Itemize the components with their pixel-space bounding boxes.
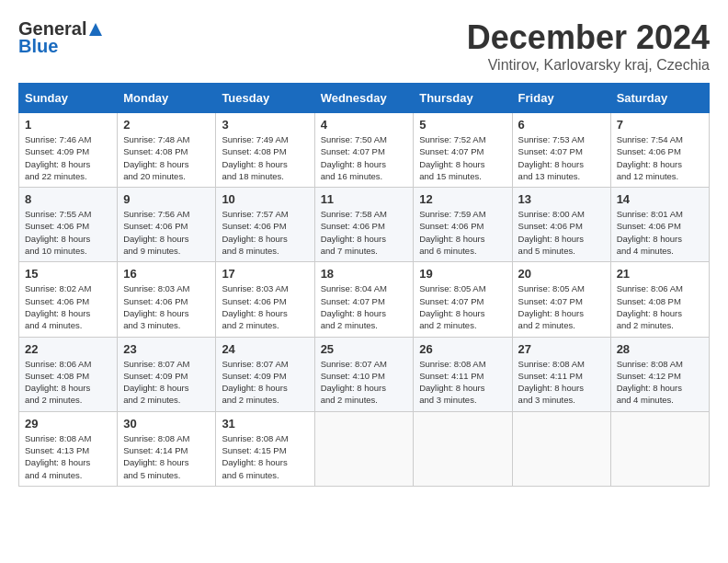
day-number: 22: [25, 342, 111, 356]
day-info: Sunrise: 7:57 AMSunset: 4:06 PMDaylight:…: [222, 208, 308, 257]
calendar-cell: 2Sunrise: 7:48 AMSunset: 4:08 PMDaylight…: [118, 113, 216, 188]
calendar-cell: [314, 411, 414, 486]
day-number: 4: [321, 118, 408, 132]
day-number: 31: [222, 417, 308, 431]
calendar-cell: 1Sunrise: 7:46 AMSunset: 4:09 PMDaylight…: [19, 113, 118, 188]
calendar-week-row: 29Sunrise: 8:08 AMSunset: 4:13 PMDayligh…: [19, 411, 710, 486]
calendar-cell: 20Sunrise: 8:05 AMSunset: 4:07 PMDayligh…: [512, 262, 610, 337]
day-info: Sunrise: 8:08 AMSunset: 4:14 PMDaylight:…: [123, 432, 210, 481]
calendar-cell: 11Sunrise: 7:58 AMSunset: 4:06 PMDayligh…: [314, 188, 414, 262]
day-number: 3: [222, 118, 308, 132]
weekday-header: Sunday: [19, 84, 118, 113]
day-info: Sunrise: 8:08 AMSunset: 4:15 PMDaylight:…: [222, 432, 308, 481]
calendar-week-row: 1Sunrise: 7:46 AMSunset: 4:09 PMDaylight…: [19, 113, 710, 188]
calendar-cell: 28Sunrise: 8:08 AMSunset: 4:12 PMDayligh…: [610, 337, 709, 411]
calendar-cell: 26Sunrise: 8:08 AMSunset: 4:11 PMDayligh…: [414, 337, 512, 411]
calendar-cell: 10Sunrise: 7:57 AMSunset: 4:06 PMDayligh…: [216, 188, 314, 262]
title-area: December 2024 Vintirov, Karlovarsky kraj…: [467, 18, 710, 74]
day-info: Sunrise: 8:06 AMSunset: 4:08 PMDaylight:…: [25, 358, 111, 407]
day-number: 18: [321, 267, 408, 281]
day-info: Sunrise: 8:08 AMSunset: 4:11 PMDaylight:…: [518, 358, 605, 407]
calendar-cell: 22Sunrise: 8:06 AMSunset: 4:08 PMDayligh…: [19, 337, 118, 411]
calendar-cell: [610, 411, 709, 486]
day-info: Sunrise: 8:03 AMSunset: 4:06 PMDaylight:…: [123, 282, 210, 331]
day-info: Sunrise: 7:48 AMSunset: 4:08 PMDaylight:…: [123, 133, 210, 182]
day-number: 12: [419, 192, 506, 206]
day-number: 19: [419, 267, 506, 281]
day-info: Sunrise: 7:59 AMSunset: 4:06 PMDaylight:…: [419, 208, 506, 257]
day-info: Sunrise: 8:08 AMSunset: 4:13 PMDaylight:…: [25, 432, 111, 481]
calendar-week-row: 8Sunrise: 7:55 AMSunset: 4:06 PMDaylight…: [19, 188, 710, 262]
day-number: 1: [25, 118, 111, 132]
calendar-cell: 18Sunrise: 8:04 AMSunset: 4:07 PMDayligh…: [314, 262, 414, 337]
logo: General Blue: [18, 18, 104, 57]
day-number: 30: [123, 417, 210, 431]
day-info: Sunrise: 8:02 AMSunset: 4:06 PMDaylight:…: [25, 282, 111, 331]
calendar-cell: 12Sunrise: 7:59 AMSunset: 4:06 PMDayligh…: [414, 188, 512, 262]
day-info: Sunrise: 8:05 AMSunset: 4:07 PMDaylight:…: [419, 282, 506, 331]
day-info: Sunrise: 8:07 AMSunset: 4:10 PMDaylight:…: [321, 358, 408, 407]
calendar-cell: 30Sunrise: 8:08 AMSunset: 4:14 PMDayligh…: [118, 411, 216, 486]
svg-marker-0: [89, 23, 102, 36]
day-number: 20: [518, 267, 605, 281]
weekday-header: Monday: [118, 84, 216, 113]
day-number: 14: [617, 192, 703, 206]
calendar-cell: 6Sunrise: 7:53 AMSunset: 4:07 PMDaylight…: [512, 113, 610, 188]
day-info: Sunrise: 8:00 AMSunset: 4:06 PMDaylight:…: [518, 208, 605, 257]
day-number: 25: [321, 342, 408, 356]
weekday-header: Tuesday: [216, 84, 314, 113]
calendar-cell: 15Sunrise: 8:02 AMSunset: 4:06 PMDayligh…: [19, 262, 118, 337]
month-title: December 2024: [467, 18, 710, 57]
day-number: 11: [321, 192, 408, 206]
day-info: Sunrise: 7:53 AMSunset: 4:07 PMDaylight:…: [518, 133, 605, 182]
day-number: 9: [123, 192, 210, 206]
day-info: Sunrise: 7:55 AMSunset: 4:06 PMDaylight:…: [25, 208, 111, 257]
day-info: Sunrise: 8:04 AMSunset: 4:07 PMDaylight:…: [321, 282, 408, 331]
calendar-week-row: 22Sunrise: 8:06 AMSunset: 4:08 PMDayligh…: [19, 337, 710, 411]
day-number: 26: [419, 342, 506, 356]
day-number: 27: [518, 342, 605, 356]
day-number: 29: [25, 417, 111, 431]
day-info: Sunrise: 7:54 AMSunset: 4:06 PMDaylight:…: [617, 133, 703, 182]
day-number: 13: [518, 192, 605, 206]
day-info: Sunrise: 8:03 AMSunset: 4:06 PMDaylight:…: [222, 282, 308, 331]
weekday-header: Thursday: [414, 84, 512, 113]
calendar-cell: 21Sunrise: 8:06 AMSunset: 4:08 PMDayligh…: [610, 262, 709, 337]
calendar-cell: 23Sunrise: 8:07 AMSunset: 4:09 PMDayligh…: [118, 337, 216, 411]
day-info: Sunrise: 8:05 AMSunset: 4:07 PMDaylight:…: [518, 282, 605, 331]
day-number: 8: [25, 192, 111, 206]
calendar-cell: 29Sunrise: 8:08 AMSunset: 4:13 PMDayligh…: [19, 411, 118, 486]
day-number: 21: [617, 267, 703, 281]
calendar-cell: 3Sunrise: 7:49 AMSunset: 4:08 PMDaylight…: [216, 113, 314, 188]
calendar-cell: 4Sunrise: 7:50 AMSunset: 4:07 PMDaylight…: [314, 113, 414, 188]
calendar-cell: [414, 411, 512, 486]
day-number: 7: [617, 118, 703, 132]
calendar-cell: 31Sunrise: 8:08 AMSunset: 4:15 PMDayligh…: [216, 411, 314, 486]
calendar-week-row: 15Sunrise: 8:02 AMSunset: 4:06 PMDayligh…: [19, 262, 710, 337]
day-info: Sunrise: 7:46 AMSunset: 4:09 PMDaylight:…: [25, 133, 111, 182]
calendar-cell: 8Sunrise: 7:55 AMSunset: 4:06 PMDaylight…: [19, 188, 118, 262]
weekday-header: Friday: [512, 84, 610, 113]
day-info: Sunrise: 7:58 AMSunset: 4:06 PMDaylight:…: [321, 208, 408, 257]
calendar-table: SundayMondayTuesdayWednesdayThursdayFrid…: [18, 83, 710, 487]
calendar-cell: 5Sunrise: 7:52 AMSunset: 4:07 PMDaylight…: [414, 113, 512, 188]
calendar-cell: 9Sunrise: 7:56 AMSunset: 4:06 PMDaylight…: [118, 188, 216, 262]
calendar-cell: 14Sunrise: 8:01 AMSunset: 4:06 PMDayligh…: [610, 188, 709, 262]
day-number: 16: [123, 267, 210, 281]
day-info: Sunrise: 7:50 AMSunset: 4:07 PMDaylight:…: [321, 133, 408, 182]
day-info: Sunrise: 8:08 AMSunset: 4:12 PMDaylight:…: [617, 358, 703, 407]
weekday-header: Wednesday: [314, 84, 414, 113]
day-number: 28: [617, 342, 703, 356]
calendar-cell: 17Sunrise: 8:03 AMSunset: 4:06 PMDayligh…: [216, 262, 314, 337]
day-info: Sunrise: 7:49 AMSunset: 4:08 PMDaylight:…: [222, 133, 308, 182]
calendar-cell: 24Sunrise: 8:07 AMSunset: 4:09 PMDayligh…: [216, 337, 314, 411]
calendar-cell: 27Sunrise: 8:08 AMSunset: 4:11 PMDayligh…: [512, 337, 610, 411]
day-number: 10: [222, 192, 308, 206]
day-number: 17: [222, 267, 308, 281]
day-info: Sunrise: 7:52 AMSunset: 4:07 PMDaylight:…: [419, 133, 506, 182]
calendar-cell: 7Sunrise: 7:54 AMSunset: 4:06 PMDaylight…: [610, 113, 709, 188]
page-header: General Blue December 2024 Vintirov, Kar…: [18, 18, 710, 74]
day-info: Sunrise: 7:56 AMSunset: 4:06 PMDaylight:…: [123, 208, 210, 257]
day-number: 2: [123, 118, 210, 132]
day-number: 6: [518, 118, 605, 132]
